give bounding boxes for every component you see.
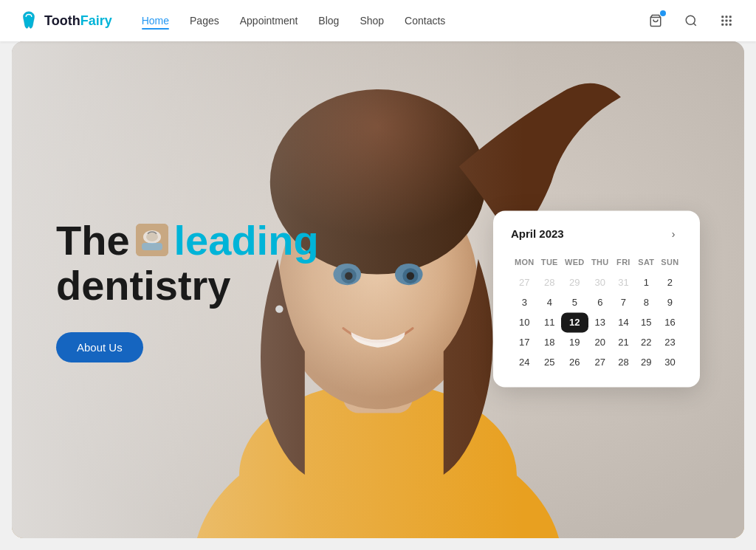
day-header-mon: MON bbox=[511, 255, 538, 272]
search-button[interactable] bbox=[679, 9, 703, 32]
calendar-week-1: 3456789 bbox=[511, 292, 682, 312]
svg-rect-10 bbox=[726, 24, 728, 26]
calendar-next-button[interactable]: › bbox=[664, 225, 682, 243]
svg-rect-8 bbox=[729, 20, 732, 22]
svg-rect-7 bbox=[726, 20, 728, 22]
calendar-day-1-6[interactable]: 9 bbox=[658, 292, 682, 312]
day-header-fri: FRI bbox=[612, 255, 635, 272]
calendar-day-4-2[interactable]: 26 bbox=[561, 352, 588, 372]
calendar-day-2-6[interactable]: 16 bbox=[658, 312, 682, 332]
navbar: ToothFairy Home Pages Appointment Blog S… bbox=[0, 0, 756, 41]
calendar-day-1-5[interactable]: 8 bbox=[635, 292, 658, 312]
svg-rect-9 bbox=[721, 24, 724, 26]
svg-rect-28 bbox=[142, 243, 162, 250]
calendar-card: April 2023 › MON TUE WED THU FRI SAT SUN… bbox=[493, 210, 700, 387]
calendar-day-headers: MON TUE WED THU FRI SAT SUN bbox=[511, 255, 682, 272]
dental-thumbnail bbox=[136, 224, 168, 256]
svg-rect-3 bbox=[721, 16, 724, 18]
svg-point-1 bbox=[686, 16, 695, 24]
headline-line-2: dentistry bbox=[56, 263, 319, 309]
calendar-day-2-1[interactable]: 11 bbox=[538, 312, 562, 332]
day-header-tue: TUE bbox=[538, 255, 562, 272]
calendar-grid: MON TUE WED THU FRI SAT SUN 272829303112… bbox=[511, 255, 682, 372]
calendar-day-3-1[interactable]: 18 bbox=[538, 332, 562, 352]
calendar-day-2-5[interactable]: 15 bbox=[635, 312, 658, 332]
about-us-button[interactable]: About Us bbox=[56, 332, 143, 362]
calendar-week-0: 272829303112 bbox=[511, 272, 682, 292]
calendar-day-3-3[interactable]: 20 bbox=[588, 332, 612, 352]
day-header-sat: SAT bbox=[635, 255, 658, 272]
calendar-day-0-6[interactable]: 2 bbox=[658, 272, 682, 292]
search-icon bbox=[684, 14, 698, 27]
nav-link-appointment[interactable]: Appointment bbox=[240, 15, 298, 27]
nav-link-contacts[interactable]: Contacts bbox=[405, 15, 445, 27]
calendar-day-0-3[interactable]: 30 bbox=[588, 272, 612, 292]
calendar-body: 2728293031123456789101112131415161718192… bbox=[511, 272, 682, 372]
calendar-week-4: 24252627282930 bbox=[511, 352, 682, 372]
calendar-day-3-6[interactable]: 23 bbox=[658, 332, 682, 352]
nav-link-home[interactable]: Home bbox=[142, 15, 169, 27]
grid-icon bbox=[720, 14, 733, 27]
calendar-week-2: 10111213141516 bbox=[511, 312, 682, 332]
day-header-wed: WED bbox=[561, 255, 588, 272]
calendar-header: April 2023 › bbox=[511, 225, 682, 243]
day-header-thu: THU bbox=[588, 255, 612, 272]
calendar-day-4-4[interactable]: 28 bbox=[612, 352, 635, 372]
nav-link-pages[interactable]: Pages bbox=[190, 15, 219, 27]
calendar-day-2-3[interactable]: 13 bbox=[588, 312, 612, 332]
headline-the: The bbox=[56, 217, 130, 263]
logo[interactable]: ToothFairy bbox=[18, 10, 112, 32]
calendar-day-0-4[interactable]: 31 bbox=[612, 272, 635, 292]
calendar-day-4-6[interactable]: 30 bbox=[658, 352, 682, 372]
calendar-day-4-3[interactable]: 27 bbox=[588, 352, 612, 372]
cart-badge bbox=[660, 10, 666, 16]
svg-rect-5 bbox=[729, 16, 732, 18]
calendar-week-3: 17181920212223 bbox=[511, 332, 682, 352]
calendar-day-4-1[interactable]: 25 bbox=[538, 352, 562, 372]
headline-line-1: The leading bbox=[56, 217, 319, 263]
nav-link-blog[interactable]: Blog bbox=[318, 15, 339, 27]
grid-menu-button[interactable] bbox=[715, 9, 738, 32]
svg-rect-6 bbox=[721, 20, 724, 22]
cart-button[interactable] bbox=[644, 9, 667, 32]
calendar-day-2-2[interactable]: 12 bbox=[561, 312, 588, 332]
calendar-day-3-4[interactable]: 21 bbox=[612, 332, 635, 352]
calendar-day-4-0[interactable]: 24 bbox=[511, 352, 538, 372]
calendar-day-2-4[interactable]: 14 bbox=[612, 312, 635, 332]
hero-section: The leading dentistry About Us bbox=[12, 41, 744, 538]
svg-rect-4 bbox=[726, 16, 728, 18]
calendar-day-1-1[interactable]: 4 bbox=[538, 292, 562, 312]
nav-links: Home Pages Appointment Blog Shop Contact… bbox=[142, 15, 644, 27]
calendar-day-1-2[interactable]: 5 bbox=[561, 292, 588, 312]
headline-leading: leading bbox=[174, 217, 319, 263]
calendar-day-0-0[interactable]: 27 bbox=[511, 272, 538, 292]
hero-content: The leading dentistry About Us bbox=[56, 217, 319, 362]
nav-link-shop[interactable]: Shop bbox=[360, 15, 384, 27]
calendar-day-3-0[interactable]: 17 bbox=[511, 332, 538, 352]
calendar-day-3-5[interactable]: 22 bbox=[635, 332, 658, 352]
logo-tooth-icon bbox=[18, 10, 40, 32]
calendar-day-3-2[interactable]: 19 bbox=[561, 332, 588, 352]
calendar-day-2-0[interactable]: 10 bbox=[511, 312, 538, 332]
calendar-day-0-2[interactable]: 29 bbox=[561, 272, 588, 292]
hero-headline: The leading dentistry bbox=[56, 217, 319, 308]
calendar-day-1-4[interactable]: 7 bbox=[612, 292, 635, 312]
calendar-day-0-1[interactable]: 28 bbox=[538, 272, 562, 292]
calendar-day-1-0[interactable]: 3 bbox=[511, 292, 538, 312]
svg-rect-11 bbox=[729, 24, 732, 26]
calendar-day-4-5[interactable]: 29 bbox=[635, 352, 658, 372]
nav-icons bbox=[644, 9, 738, 32]
svg-line-2 bbox=[693, 23, 695, 25]
calendar-title: April 2023 bbox=[511, 227, 564, 240]
day-header-sun: SUN bbox=[658, 255, 682, 272]
dental-procedure-icon bbox=[136, 224, 168, 256]
calendar-day-1-3[interactable]: 6 bbox=[588, 292, 612, 312]
calendar-day-0-5[interactable]: 1 bbox=[635, 272, 658, 292]
headline-dentistry: dentistry bbox=[56, 262, 231, 309]
logo-text: ToothFairy bbox=[44, 13, 112, 29]
cart-icon bbox=[649, 14, 662, 27]
